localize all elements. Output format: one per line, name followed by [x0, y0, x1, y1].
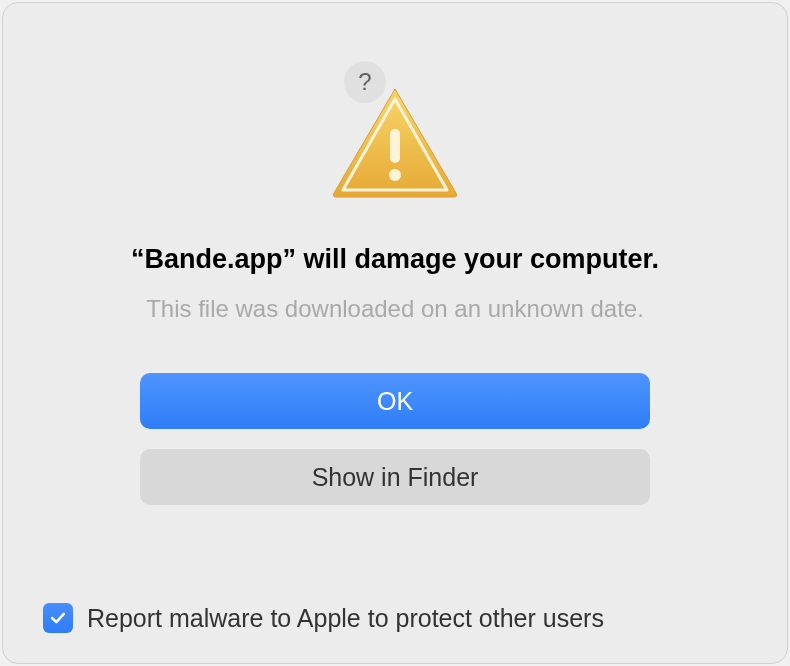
dialog-subtitle: This file was downloaded on an unknown d… [146, 295, 644, 323]
report-checkbox-label: Report malware to Apple to protect other… [87, 604, 604, 633]
checkmark-icon [48, 608, 68, 628]
svg-rect-0 [390, 129, 400, 163]
svg-point-1 [389, 169, 401, 181]
ok-button[interactable]: OK [140, 373, 650, 429]
show-in-finder-button[interactable]: Show in Finder [140, 449, 650, 505]
dialog-title: “Bande.app” will damage your computer. [131, 244, 659, 275]
button-container: OK Show in Finder [140, 373, 650, 505]
warning-icon [330, 85, 460, 204]
report-checkbox[interactable] [43, 603, 73, 633]
report-checkbox-row: Report malware to Apple to protect other… [43, 603, 604, 633]
alert-dialog: ? “Bande.app” will damage your computer.… [2, 2, 788, 664]
